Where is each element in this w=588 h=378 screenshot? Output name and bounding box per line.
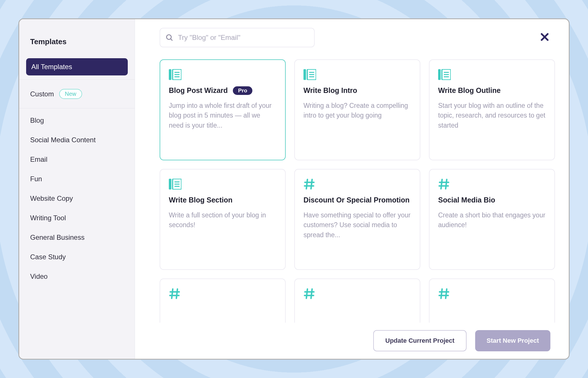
sidebar-item-label: Social Media Content	[30, 136, 96, 144]
sidebar-item-label: Blog	[30, 116, 44, 124]
sidebar-item-video[interactable]: Video	[19, 267, 135, 286]
sidebar-item-label: Website Copy	[30, 194, 73, 202]
sidebar-separator	[19, 108, 135, 108]
svg-line-25	[311, 180, 312, 189]
sidebar-item-label: Email	[30, 155, 47, 163]
footer: Update Current Project Start New Project	[135, 323, 569, 359]
card-description: Write a full section of your blog in sec…	[169, 210, 276, 230]
card-title: Write Blog Intro	[303, 86, 357, 96]
card-title: Write Blog Outline	[438, 86, 501, 96]
card-title-row: Social Media Bio	[438, 195, 546, 205]
svg-line-24	[306, 180, 307, 189]
document-icon	[438, 69, 546, 81]
card-description: Jump into a whole first draft of your bl…	[169, 101, 276, 130]
card-description: Create a short bio that engages your aud…	[438, 210, 546, 230]
top-bar	[135, 19, 569, 53]
document-icon	[303, 69, 411, 81]
hash-icon	[438, 288, 546, 300]
sidebar-item-custom[interactable]: Custom New	[19, 82, 135, 106]
sidebar-item-label: Fun	[30, 175, 42, 183]
close-button[interactable]	[537, 30, 552, 46]
templates-grid: Blog Post Wizard Pro Jump into a whole f…	[160, 59, 555, 323]
sidebar-item-social-media-content[interactable]: Social Media Content	[19, 130, 135, 150]
svg-line-40	[441, 289, 442, 299]
card-title: Write Blog Section	[169, 195, 233, 205]
sidebar-item-website-copy[interactable]: Website Copy	[19, 189, 135, 208]
svg-line-1	[171, 39, 173, 41]
templates-modal: Templates All Templates Custom New Blog …	[18, 18, 570, 360]
search-input[interactable]	[160, 28, 315, 47]
sidebar-item-fun[interactable]: Fun	[19, 169, 135, 189]
close-icon	[539, 32, 550, 42]
sidebar-item-general-business[interactable]: General Business	[19, 228, 135, 247]
template-card-write-blog-section[interactable]: Write Blog Section Write a full section …	[160, 169, 286, 270]
search-icon	[165, 34, 173, 42]
svg-line-37	[311, 289, 312, 299]
sidebar-item-label: All Templates	[31, 63, 72, 71]
sidebar: Templates All Templates Custom New Blog …	[19, 19, 135, 359]
svg-line-28	[441, 180, 442, 189]
template-card[interactable]	[294, 278, 420, 323]
svg-line-29	[446, 180, 447, 189]
svg-line-36	[306, 289, 307, 299]
svg-point-0	[167, 35, 171, 39]
template-card-social-media-bio[interactable]: Social Media Bio Create a short bio that…	[429, 169, 555, 270]
sidebar-item-label: Writing Tool	[30, 214, 66, 222]
main-content: Blog Post Wizard Pro Jump into a whole f…	[135, 19, 569, 359]
update-current-project-button[interactable]: Update Current Project	[373, 330, 467, 351]
sidebar-title: Templates	[19, 29, 135, 58]
template-card-write-blog-intro[interactable]: Write Blog Intro Writing a blog? Create …	[294, 59, 420, 160]
sidebar-separator	[19, 79, 135, 80]
card-title-row: Blog Post Wizard Pro	[169, 86, 276, 96]
svg-rect-19	[169, 179, 171, 189]
pro-badge: Pro	[233, 86, 252, 95]
template-card[interactable]	[160, 278, 286, 323]
sidebar-item-all-templates[interactable]: All Templates	[26, 58, 128, 75]
template-card-discount-promotion[interactable]: Discount Or Special Promotion Have somet…	[294, 169, 420, 270]
card-title-row: Write Blog Outline	[438, 86, 546, 96]
hash-icon	[438, 178, 546, 190]
card-title: Blog Post Wizard	[169, 86, 228, 96]
sidebar-item-blog[interactable]: Blog	[19, 111, 135, 130]
sidebar-item-email[interactable]: Email	[19, 150, 135, 169]
document-icon	[169, 178, 276, 190]
template-card-write-blog-outline[interactable]: Write Blog Outline Start your blog with …	[429, 59, 555, 160]
card-title-row: Discount Or Special Promotion	[303, 195, 411, 205]
card-title: Discount Or Special Promotion	[303, 195, 410, 205]
svg-line-33	[176, 289, 177, 299]
sidebar-item-label: Case Study	[30, 253, 66, 261]
search-wrap	[160, 28, 315, 47]
svg-rect-9	[303, 69, 306, 80]
card-description: Start your blog with an outline of the t…	[438, 101, 546, 130]
sidebar-item-label: Video	[30, 272, 48, 280]
sidebar-item-label: General Business	[30, 233, 84, 241]
sidebar-item-writing-tool[interactable]: Writing Tool	[19, 208, 135, 228]
card-title: Social Media Bio	[438, 195, 495, 205]
svg-line-41	[446, 289, 447, 299]
svg-line-32	[172, 289, 173, 299]
svg-rect-4	[169, 69, 171, 80]
hash-icon	[303, 178, 411, 190]
new-badge: New	[59, 89, 82, 99]
svg-rect-14	[438, 69, 441, 80]
hash-icon	[303, 288, 411, 300]
sidebar-item-case-study[interactable]: Case Study	[19, 247, 135, 267]
card-title-row: Write Blog Section	[169, 195, 276, 205]
document-icon	[169, 69, 276, 81]
hash-icon	[169, 288, 276, 300]
templates-grid-container[interactable]: Blog Post Wizard Pro Jump into a whole f…	[135, 53, 569, 323]
template-card[interactable]	[429, 278, 555, 323]
card-description: Have something special to offer your cus…	[303, 210, 411, 240]
template-card-blog-post-wizard[interactable]: Blog Post Wizard Pro Jump into a whole f…	[160, 59, 286, 160]
start-new-project-button[interactable]: Start New Project	[475, 330, 550, 351]
card-title-row: Write Blog Intro	[303, 86, 411, 96]
sidebar-item-label: Custom	[30, 90, 54, 98]
card-description: Writing a blog? Create a compelling intr…	[303, 101, 411, 120]
